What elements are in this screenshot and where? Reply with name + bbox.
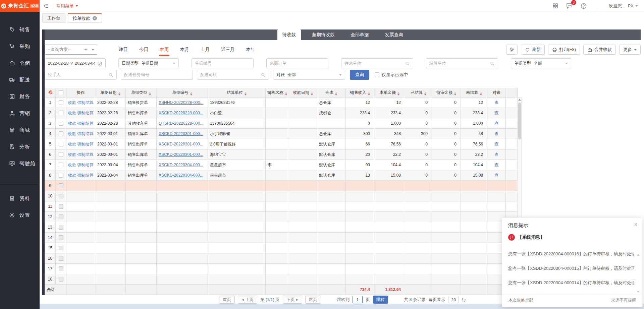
sidebar-item-tag[interactable]: 销售 (0, 21, 40, 38)
sidebar-item-analysis[interactable]: 分析 (0, 138, 40, 155)
reconciliation-select[interactable]: 对账 全部 (273, 70, 345, 80)
select-all-checkbox[interactable] (59, 90, 63, 95)
scroll-down-icon[interactable] (637, 291, 640, 293)
messages-icon[interactable]: 3 (566, 2, 573, 9)
sidebar-item-cart[interactable]: 采购 (0, 38, 40, 55)
receive-payment-link[interactable]: 收款 (68, 111, 76, 115)
sort-icon[interactable] (285, 92, 287, 96)
date-range-input[interactable]: 2022-02-28 至 2022-03-04 (45, 58, 106, 68)
sort-icon[interactable] (368, 92, 370, 96)
close-icon[interactable]: × (634, 221, 638, 228)
receive-payment-link[interactable]: 收款 (68, 121, 76, 126)
row-checkbox[interactable] (59, 131, 63, 136)
sort-icon[interactable] (397, 92, 399, 96)
search-icon[interactable] (490, 61, 495, 66)
doc-number-link[interactable]: XSCKD-20220301-000... (159, 142, 203, 146)
quick-menu-button[interactable]: 常用菜单 (56, 3, 78, 9)
sidebar-item-mall[interactable]: 商城 (0, 122, 40, 138)
view-tab-0[interactable]: 待收款 (277, 29, 301, 40)
query-plan-select[interactable]: --查询方案-- + (45, 45, 97, 55)
scroll-up-icon[interactable] (518, 98, 521, 102)
calendar-icon[interactable] (97, 61, 102, 66)
only-selected-checkbox[interactable]: 仅显示已选中 (375, 72, 408, 78)
more-button[interactable]: 更多 (619, 45, 641, 55)
settings-button[interactable] (506, 45, 518, 55)
receive-payment-link[interactable]: 收款 (68, 131, 76, 136)
checkbox[interactable] (375, 72, 379, 77)
scrollbar-thumb[interactable] (518, 103, 521, 139)
sidebar-item-truck[interactable]: 配送 (0, 71, 40, 88)
delivery-task-input[interactable]: 配送任务编号 (121, 70, 193, 80)
sort-icon[interactable] (424, 92, 426, 96)
force-settle-link[interactable]: 强制结算 (77, 111, 93, 115)
popup-message[interactable]: 您有一张【XSDD-20220304-000015】的订单待审核，请及时处理 (508, 261, 634, 275)
sort-icon[interactable] (118, 92, 120, 96)
collapse-menu-icon[interactable] (43, 3, 49, 9)
sidebar-item-warehouse[interactable]: 仓储 (0, 55, 40, 71)
table-row[interactable]: 2 收款 强制结算 2022-02-28 销售出库单 XSCKD-2022022… (45, 108, 518, 118)
table-row[interactable]: 1 收款 强制结算 2022-02-28 销售换货单 XSHHD-2022022… (45, 98, 518, 108)
receive-payment-link[interactable]: 收款 (68, 100, 76, 105)
reconcile-check-link[interactable]: 查 (494, 100, 498, 105)
force-settle-link[interactable]: 强制结算 (77, 100, 93, 105)
force-settle-link[interactable]: 强制结算 (77, 142, 93, 146)
date-shortcut[interactable]: 本年 (246, 45, 256, 54)
toolbar-button[interactable]: 刷新 (521, 45, 545, 55)
never-remind-link[interactable]: 永远不再提醒 (611, 298, 636, 303)
popup-message[interactable]: 您有一张【XSDD-20220304-000016】的订单待审核，请及时处理 (508, 247, 634, 261)
apps-grid-icon[interactable] (552, 3, 558, 9)
column-settings-gear-icon[interactable] (48, 89, 53, 95)
reconcile-check-link[interactable]: 查 (494, 163, 498, 167)
date-shortcut[interactable]: 上月 (200, 45, 210, 54)
reconcile-check-link[interactable]: 查 (494, 131, 498, 136)
search-icon[interactable] (405, 61, 410, 66)
settlement-unit-input[interactable]: 结算单位 (426, 58, 498, 68)
doc-type-select[interactable]: 单据类型 全部 (511, 58, 571, 68)
sidebar-item-settings-gear[interactable]: 设置 (0, 207, 40, 224)
search-button[interactable]: 查询 (350, 70, 369, 80)
first-page-button[interactable]: 首页 (219, 296, 235, 304)
close-tab-icon[interactable]: × (93, 16, 97, 20)
table-row[interactable]: 5 收款 强制结算 2022-03-01 销售出库单 XSCKD-2022030… (45, 139, 518, 149)
user-menu[interactable]: 欢迎您， PX (609, 3, 638, 9)
doc-number-link[interactable]: XSCKD-20220301-000... (159, 131, 203, 136)
date-shortcut[interactable]: 本周 (159, 45, 169, 54)
sidebar-item-finance[interactable]: 财务 (0, 88, 40, 105)
table-row[interactable]: 6 收款 强制结算 2022-03-01 销售出库单 XSCKD-2022030… (45, 149, 518, 160)
row-checkbox[interactable] (59, 100, 63, 105)
force-settle-link[interactable]: 强制结算 (77, 152, 93, 157)
popup-message[interactable]: 您有一张【XSDD-20220304-000014】的订单待审核，请及时处理 (508, 275, 634, 290)
prev-page-button[interactable]: ◀上页 (238, 296, 257, 304)
window-tab[interactable]: 按单收款 × (68, 13, 102, 23)
jump-button[interactable]: 跳转 (373, 296, 388, 304)
view-tab-3[interactable]: 发票查询 (380, 29, 408, 40)
reconcile-check-link[interactable]: 查 (494, 152, 498, 157)
sort-icon[interactable] (454, 92, 456, 96)
force-settle-link[interactable]: 强制结算 (77, 173, 93, 178)
row-checkbox[interactable] (59, 121, 63, 126)
receive-payment-link[interactable]: 收款 (68, 173, 76, 178)
sidebar-item-data-book[interactable]: 资料 (0, 190, 40, 207)
search-icon[interactable] (261, 72, 266, 77)
jump-page-input[interactable]: 1 (353, 296, 363, 303)
window-tab[interactable]: 工作台 (42, 13, 65, 23)
column-header[interactable] (45, 88, 56, 98)
row-checkbox[interactable] (59, 142, 63, 146)
sort-icon[interactable] (245, 92, 247, 96)
plus-icon[interactable]: + (85, 47, 88, 53)
ignore-all-link[interactable]: 本次忽略全部 (508, 298, 533, 303)
doc-number-link[interactable]: XSCKD-20220304-000... (159, 173, 203, 178)
sidebar-item-dashboard[interactable]: 驾驶舱 (0, 155, 40, 172)
sort-icon[interactable] (190, 92, 192, 96)
delivery-driver-input[interactable]: 配送司机 (197, 70, 269, 80)
reconcile-check-link[interactable]: 查 (494, 111, 498, 115)
view-tab-2[interactable]: 全部单据 (346, 29, 374, 40)
view-tab-1[interactable]: 超期待收款 (307, 29, 340, 40)
force-settle-link[interactable]: 强制结算 (77, 121, 93, 126)
doc-number-link[interactable]: QTSRD-20220228-000... (159, 121, 203, 126)
toolbar-button[interactable]: 合并收款 (583, 45, 616, 55)
sort-icon[interactable] (149, 92, 151, 96)
reconcile-check-link[interactable]: 查 (494, 121, 498, 126)
toolbar-button[interactable]: 打印(F8) (548, 45, 580, 55)
date-type-select[interactable]: 日期类型 单据日期 (118, 58, 179, 68)
